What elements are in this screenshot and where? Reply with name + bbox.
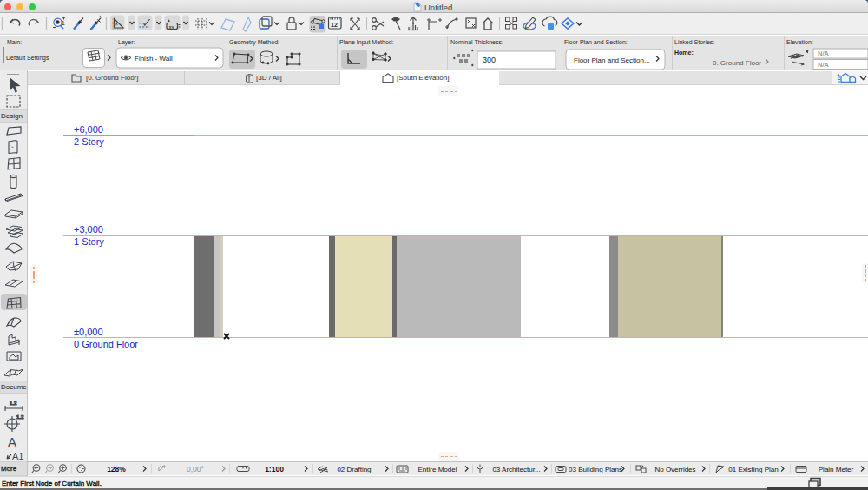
svg-text:N/A: N/A	[818, 61, 829, 69]
svg-text:Finish - Wall: Finish - Wall	[135, 55, 173, 63]
svg-text:Entire Model: Entire Model	[418, 466, 457, 473]
svg-text:03 Architectur...: 03 Architectur...	[492, 466, 540, 473]
svg-text:0,00°: 0,00°	[187, 465, 204, 473]
svg-text:03 Building Plans: 03 Building Plans	[569, 466, 622, 473]
svg-text:N/A: N/A	[818, 50, 829, 57]
svg-text:Home:: Home:	[674, 50, 694, 56]
svg-text:xy: xy	[169, 24, 175, 30]
svg-text:1: 1	[62, 19, 66, 27]
svg-text:1:100: 1:100	[265, 465, 284, 473]
svg-text:A: A	[8, 434, 16, 449]
svg-text:Plain Meter: Plain Meter	[819, 466, 854, 473]
svg-text:1.2: 1.2	[16, 414, 24, 420]
svg-text:01 Existing Plan: 01 Existing Plan	[728, 466, 778, 473]
svg-text:0. Ground Floor: 0. Ground Floor	[713, 59, 761, 67]
svg-text:02 Drafting: 02 Drafting	[337, 466, 371, 473]
svg-text:300: 300	[483, 56, 496, 64]
svg-text:12: 12	[331, 22, 338, 28]
svg-text:1.2: 1.2	[10, 401, 17, 406]
svg-text:A1: A1	[12, 451, 23, 461]
svg-text:No Overrides: No Overrides	[654, 466, 695, 473]
svg-text:Floor Plan and Section...: Floor Plan and Section...	[574, 56, 650, 64]
svg-text:128%: 128%	[107, 465, 126, 473]
